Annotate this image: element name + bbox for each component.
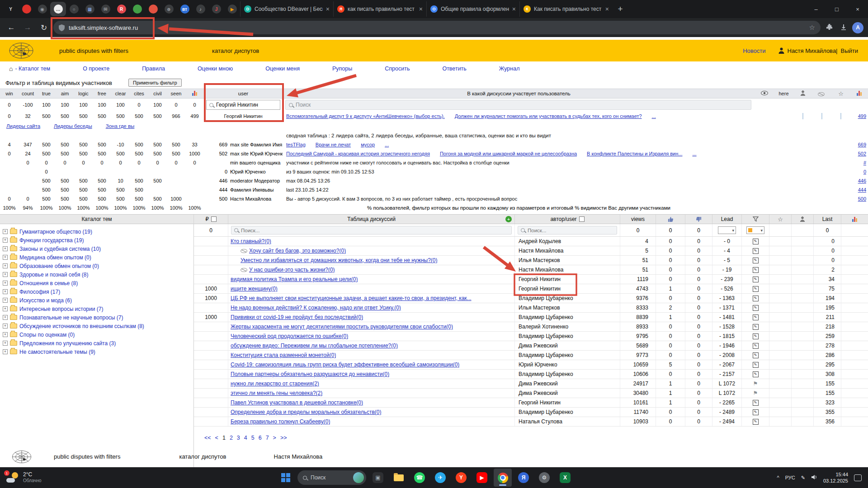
edit-icon[interactable]: ✎ [753, 305, 759, 311]
user-filter-box[interactable] [206, 100, 280, 110]
participant-name[interactable]: max site Юрий Юрченко [230, 151, 283, 156]
forward-button[interactable]: → [21, 23, 34, 32]
price-filter-checkbox[interactable] [211, 216, 217, 222]
catalog-link[interactable]: Предложения по улучшению сайта (3) [19, 340, 116, 347]
url-text[interactable]: talksift.simplex-software.ru [69, 24, 138, 31]
pinned-tab-grid-app[interactable]: ▦ [82, 2, 98, 16]
person-column-icon[interactable] [792, 215, 814, 224]
topic-link[interactable]: обсуждение видео: Переживем ли мы глобал… [231, 343, 398, 349]
participant-name[interactable]: Фамилия Имявьвы [230, 187, 283, 192]
clock[interactable]: 15:44 03.12.2025 [823, 471, 848, 484]
nav-link-answer[interactable]: Ответить [442, 66, 466, 72]
browser-tab-3[interactable]: ООбщие правила оформления ...× [426, 1, 519, 17]
expand-plus-icon[interactable]: + [3, 324, 8, 328]
expand-plus-icon[interactable]: + [3, 255, 8, 260]
filter-col-cites[interactable]: cites [130, 91, 148, 96]
logout-link[interactable]: Выйти [841, 47, 859, 54]
edit-icon[interactable]: ✎ [753, 400, 759, 406]
author-search-input[interactable] [528, 228, 614, 233]
page-2[interactable]: 2 [230, 435, 233, 441]
catalog-link[interactable]: Здоровье и познай себя (8) [19, 272, 88, 278]
nav-link-my-ratings[interactable]: Оценки мною [198, 66, 233, 72]
expand-plus-icon[interactable]: + [3, 272, 8, 277]
filter-col-civil[interactable]: civil [148, 91, 167, 96]
edit-icon[interactable]: ✎ [753, 314, 759, 320]
expand-plus-icon[interactable]: + [3, 289, 8, 294]
discussion-search-input[interactable] [296, 102, 748, 108]
expand-plus-icon[interactable]: + [3, 315, 8, 320]
page-next[interactable]: > [273, 435, 276, 441]
catalog-link[interactable]: Искусство и мода (6) [19, 297, 72, 304]
catalog-link[interactable]: Философия (17) [19, 289, 60, 295]
participant-name[interactable]: max site Фамилия Имя... [230, 142, 283, 147]
language-indicator[interactable]: РУС [785, 475, 795, 480]
expand-plus-icon[interactable]: + [3, 332, 8, 337]
edit-icon[interactable]: ✎ [753, 286, 759, 292]
discussion-link[interactable]: Вспомогательный диспут 9 к диспуту «Анти… [286, 113, 445, 119]
user-filter-input[interactable] [216, 102, 277, 108]
taskbar-yandex-browser-icon[interactable]: Y [452, 469, 470, 487]
pen-input-icon[interactable]: ✎ [801, 475, 805, 481]
weather-widget[interactable]: 1 2°C Облачно [6, 471, 75, 484]
topic-link[interactable]: Половые партнеры обязательно разрушаются… [231, 371, 389, 377]
edit-icon[interactable]: ✎ [753, 267, 759, 273]
topic-link[interactable]: Прививки от covid-19 не пройдут без посл… [231, 314, 363, 320]
topic-link[interactable]: Береза правильно толкнул Скабееву(0) [231, 418, 330, 425]
expand-plus-icon[interactable]: + [3, 298, 8, 303]
page-last[interactable]: >> [280, 435, 287, 441]
expand-plus-icon[interactable]: + [3, 306, 8, 311]
participant-name[interactable]: min вашего оценщика [230, 160, 283, 165]
pinned-tab-circle-app[interactable]: ○ [66, 2, 82, 16]
taskbar-chrome-icon[interactable] [494, 469, 512, 487]
taskbar-hub-icon[interactable]: ▣ [369, 469, 387, 487]
topic-link[interactable]: этично ли менять гены человека?(2) [231, 390, 322, 396]
edit-icon[interactable]: ✎ [753, 362, 759, 368]
pinned-tab-globe[interactable]: ⊕ [161, 2, 177, 16]
speaker-icon[interactable] [811, 474, 817, 481]
score-link[interactable]: # [863, 160, 866, 165]
edit-icon[interactable]: ✎ [753, 248, 759, 254]
nav-link-horns[interactable]: Рупоры [332, 66, 352, 72]
page-1[interactable]: 1 [222, 435, 226, 441]
footer-catalog-link[interactable]: каталог диспутов [179, 453, 226, 460]
filter-right-chart[interactable] [850, 90, 868, 97]
taskbar-yandex-start-icon[interactable]: Я [514, 469, 533, 487]
page-4[interactable]: 4 [244, 435, 247, 441]
thumbs-down-icon[interactable] [685, 215, 712, 224]
nav-link-catalog[interactable]: ⌂- Каталог тем [9, 65, 50, 72]
topic-link[interactable]: Жертвы харасмента не могут десятилетиями… [231, 324, 453, 330]
taskbar-search[interactable]: Поиск [297, 470, 366, 485]
participant-topic-link[interactable]: tesTFlag [286, 142, 306, 147]
edit-icon[interactable]: ✎ [753, 277, 759, 282]
topic-link[interactable]: ЦБ РФ не выполняет свои конституционные … [231, 295, 472, 301]
edit-icon[interactable]: ✎ [753, 333, 759, 339]
pinned-tab-green-app[interactable] [129, 2, 145, 16]
thumbs-up-icon[interactable] [656, 215, 685, 224]
participant-topic-link[interactable]: ... [692, 151, 696, 156]
news-link[interactable]: Новости [743, 47, 765, 54]
score-link[interactable]: 669 [858, 142, 866, 147]
chart-column-icon[interactable] [841, 215, 868, 224]
pinned-tab-red-square[interactable]: R [113, 2, 129, 16]
visibility-eyeoff-icon[interactable] [812, 91, 831, 96]
favorite-checkbox[interactable] [831, 113, 850, 119]
tab-close-icon[interactable]: × [605, 5, 609, 13]
catalog-link[interactable]: Отношения в семье (8) [19, 280, 78, 286]
edit-icon[interactable]: ✎ [753, 371, 759, 377]
minimize-button[interactable]: – [806, 0, 826, 18]
flag-icon[interactable]: ⚑ [753, 390, 758, 396]
discussion-link[interactable]: ... [652, 113, 656, 119]
discussion-link[interactable]: Должен ли журналист помогать или участво… [455, 113, 642, 119]
filter-col-seen[interactable]: seen [167, 91, 185, 96]
participant-topic-link[interactable]: мусор [361, 142, 375, 147]
notification-center-icon[interactable] [854, 474, 862, 481]
edit-icon[interactable]: ✎ [753, 239, 759, 244]
topic-link[interactable]: Конституция стала разменной монетой(0) [231, 352, 336, 358]
add-topic-button[interactable]: + [505, 216, 512, 222]
score-link[interactable]: 502 [858, 151, 866, 156]
topic-link[interactable]: У нас ошибки-это часть жизни?(0) [231, 267, 335, 273]
topic-link[interactable]: Кто главный?(0) [231, 238, 271, 244]
discussion-search-box[interactable] [285, 100, 751, 110]
close-button[interactable]: × [847, 0, 868, 18]
topic-search-input[interactable] [241, 228, 509, 233]
